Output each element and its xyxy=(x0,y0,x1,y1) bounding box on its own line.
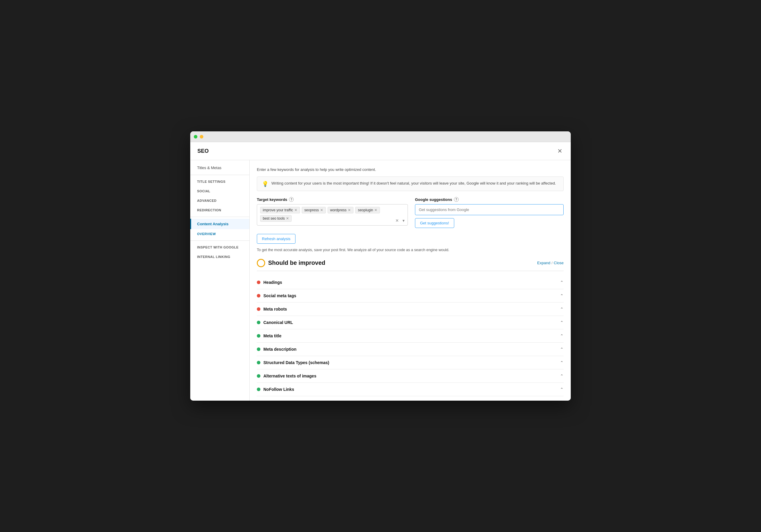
chevron-headings: ⌃ xyxy=(560,280,563,285)
close-link[interactable]: Close xyxy=(554,261,563,265)
seo-window: SEO ✕ Titles & Metas TITLE SETTINGS SOCI… xyxy=(190,131,571,401)
chevron-canonical: ⌃ xyxy=(560,320,563,325)
chevron-alt-texts: ⌃ xyxy=(560,374,563,378)
expand-link[interactable]: Expand xyxy=(537,261,550,265)
label-nofollow: NoFollow Links xyxy=(263,387,294,392)
label-meta-desc: Meta description xyxy=(263,347,296,352)
label-alt-texts: Alternative texts of images xyxy=(263,374,316,378)
traffic-light-green[interactable] xyxy=(194,135,198,139)
analysis-item-nofollow[interactable]: NoFollow Links ⌃ xyxy=(257,383,563,396)
analysis-item-alt-texts[interactable]: Alternative texts of images ⌃ xyxy=(257,370,563,383)
analysis-item-structured-data[interactable]: Structured Data Types (schemas) ⌃ xyxy=(257,356,563,370)
status-dot-social-meta xyxy=(257,294,261,298)
keywords-right: Google suggestions ? Get suggestions! xyxy=(415,197,563,228)
sidebar-item-content-analysis[interactable]: Content Analysis xyxy=(190,219,249,229)
keyword-tag-3[interactable]: wordpress ✕ xyxy=(327,207,353,213)
analysis-header: Should be improved Expand / Close xyxy=(257,259,563,271)
sidebar-item-advanced: ADVANCED xyxy=(190,196,249,206)
refresh-analysis-button[interactable]: Refresh analysis xyxy=(257,234,295,244)
sidebar-item-social: SOCIAL xyxy=(190,186,249,196)
keyword-tag-1[interactable]: improve your traffic ✕ xyxy=(260,207,300,213)
chevron-social-meta: ⌃ xyxy=(560,293,563,298)
label-meta-robots: Meta robots xyxy=(263,307,287,312)
input-controls: ✕ ▾ xyxy=(394,217,406,223)
target-keywords-label: Target keywords ? xyxy=(257,197,408,202)
sidebar-item-inspect-google: INSPECT WITH GOOGLE xyxy=(190,243,249,252)
lightbulb-icon: 💡 xyxy=(262,181,268,187)
analysis-item-meta-title[interactable]: Meta title ⌃ xyxy=(257,329,563,343)
keyword-remove-2[interactable]: ✕ xyxy=(320,208,323,212)
intro-text: Enter a few keywords for analysis to hel… xyxy=(257,167,563,172)
chevron-nofollow: ⌃ xyxy=(560,387,563,392)
google-suggestions-help-icon[interactable]: ? xyxy=(454,197,459,202)
expand-keywords-button[interactable]: ▾ xyxy=(401,217,406,223)
label-headings: Headings xyxy=(263,280,282,285)
main-content: Enter a few keywords for analysis to hel… xyxy=(250,160,571,401)
close-button[interactable]: ✕ xyxy=(556,147,563,155)
label-structured-data: Structured Data Types (schemas) xyxy=(263,360,329,365)
expand-divider: / xyxy=(552,261,553,265)
keyword-tag-2[interactable]: seopress ✕ xyxy=(302,207,326,213)
modal-wrapper: SEO ✕ Titles & Metas TITLE SETTINGS SOCI… xyxy=(190,142,571,401)
analysis-item-meta-robots[interactable]: Meta robots ⌃ xyxy=(257,303,563,316)
info-box: 💡 Writing content for your users is the … xyxy=(257,177,563,191)
target-keywords-help-icon[interactable]: ? xyxy=(289,197,294,202)
status-dot-structured-data xyxy=(257,361,261,364)
modal-title: SEO xyxy=(198,148,209,154)
status-dot-canonical xyxy=(257,321,261,324)
analysis-section: Should be improved Expand / Close xyxy=(257,259,563,401)
clear-keywords-button[interactable]: ✕ xyxy=(394,217,400,223)
modal-header: SEO ✕ xyxy=(190,142,571,160)
keyword-remove-3[interactable]: ✕ xyxy=(348,208,351,212)
google-suggestions-input[interactable] xyxy=(415,204,563,215)
sidebar-item-title-settings: TITLE SETTINGS xyxy=(190,177,249,186)
keywords-left: Target keywords ? improve your traffic ✕… xyxy=(257,197,408,226)
traffic-light-yellow[interactable] xyxy=(200,135,203,139)
info-message: Writing content for your users is the mo… xyxy=(271,180,556,186)
sidebar: Titles & Metas TITLE SETTINGS SOCIAL ADV… xyxy=(190,160,250,401)
chevron-meta-robots: ⌃ xyxy=(560,307,563,312)
keywords-input-box[interactable]: improve your traffic ✕ seopress ✕ wordpr… xyxy=(257,204,408,226)
keyword-remove-5[interactable]: ✕ xyxy=(286,217,289,220)
analysis-title-left: Should be improved xyxy=(257,259,325,267)
keyword-remove-4[interactable]: ✕ xyxy=(374,208,377,212)
analysis-item-meta-desc[interactable]: Meta description ⌃ xyxy=(257,343,563,356)
chevron-meta-title: ⌃ xyxy=(560,333,563,338)
analysis-item-outbound[interactable]: Outbound Links ⌃ xyxy=(257,396,563,401)
sidebar-item-overview[interactable]: OVERVIEW xyxy=(190,229,249,239)
keyword-remove-1[interactable]: ✕ xyxy=(294,208,297,212)
chevron-meta-desc: ⌃ xyxy=(560,347,563,352)
analysis-item-headings[interactable]: Headings ⌃ xyxy=(257,276,563,289)
status-dot-meta-desc xyxy=(257,347,261,351)
label-social-meta: Social meta tags xyxy=(263,293,296,298)
label-meta-title: Meta title xyxy=(263,333,281,338)
chevron-structured-data: ⌃ xyxy=(560,360,563,365)
modal-body: Titles & Metas TITLE SETTINGS SOCIAL ADV… xyxy=(190,160,571,401)
sidebar-item-internal-linking: INTERNAL LINKING xyxy=(190,252,249,262)
sidebar-item-titles-metas[interactable]: Titles & Metas xyxy=(190,162,249,173)
sidebar-item-redirection: REDIRECTION xyxy=(190,206,249,215)
analysis-title: Should be improved xyxy=(268,260,325,266)
keyword-tag-4[interactable]: seoplugin ✕ xyxy=(355,207,380,213)
status-dot-meta-robots xyxy=(257,307,261,311)
sidebar-divider-1 xyxy=(190,175,249,175)
google-suggestions-label: Google suggestions ? xyxy=(415,197,563,202)
label-canonical: Canonical URL xyxy=(263,320,293,325)
status-dot-nofollow xyxy=(257,387,261,391)
keyword-tag-5[interactable]: best seo tools ✕ xyxy=(260,215,292,222)
keywords-section: Target keywords ? improve your traffic ✕… xyxy=(257,197,563,228)
status-dot-alt-texts xyxy=(257,374,261,378)
status-dot-headings xyxy=(257,280,261,284)
analysis-items-list: Headings ⌃ Social meta tags ⌃ xyxy=(257,276,563,401)
sidebar-divider-2 xyxy=(190,217,249,217)
sidebar-divider-3 xyxy=(190,240,249,241)
status-circle-outer xyxy=(257,259,265,267)
get-suggestions-button[interactable]: Get suggestions! xyxy=(415,218,454,228)
title-bar xyxy=(190,131,571,142)
chevron-outbound: ⌃ xyxy=(560,400,563,401)
save-notice: To get the most accurate analysis, save … xyxy=(257,247,563,253)
analysis-item-social-meta[interactable]: Social meta tags ⌃ xyxy=(257,289,563,303)
status-dot-meta-title xyxy=(257,334,261,338)
expand-close-links: Expand / Close xyxy=(537,261,563,265)
analysis-item-canonical[interactable]: Canonical URL ⌃ xyxy=(257,316,563,329)
